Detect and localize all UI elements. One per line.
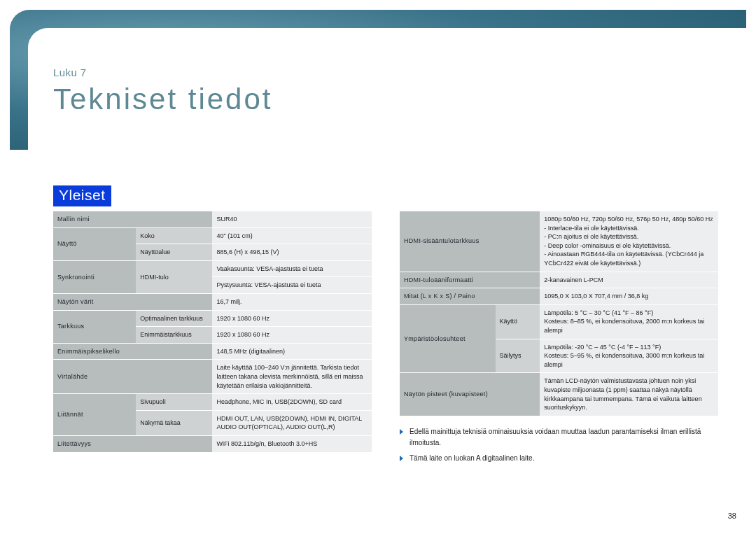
footnote-item: Tämä laite on luokan A digitaalinen lait… [400, 453, 718, 464]
section-heading: Yleiset [53, 185, 111, 206]
spec-cell: Näyttö [53, 227, 136, 260]
spec-cell: 1095,0 X 103,0 X 707,4 mm / 36,8 kg [540, 288, 718, 305]
spec-cell: Sivupuoli [136, 394, 212, 411]
spec-cell: 1920 x 1080 60 Hz [212, 327, 372, 344]
spec-cell: 1080p 50/60 Hz, 720p 50/60 Hz, 576p 50 H… [540, 211, 718, 272]
footnote-item: Edellä mainittuja teknisiä ominaisuuksia… [400, 426, 718, 449]
spec-cell: Vaakasuunta: VESA-ajastusta ei tueta [212, 260, 372, 277]
spec-cell: Headphone, MIC In, USB(2DOWN), SD card [212, 394, 372, 411]
spec-table-left: Mallin nimiSUR40NäyttöKoko40" (101 cm)Nä… [53, 211, 372, 453]
chapter-label: Luku 7 [53, 66, 86, 78]
spec-cell: 40" (101 cm) [212, 227, 372, 244]
spec-cell: HDMI-sisääntulotarkkuus [400, 211, 540, 272]
spec-cell: Lämpötila: -20 °C – 45 °C (-4 °F – 113 °… [540, 339, 718, 373]
spec-cell: 16,7 milj. [212, 293, 372, 310]
spec-cell: Optimaalinen tarkkuus [136, 310, 212, 327]
page-title: Tekniset tiedot [53, 83, 273, 116]
spec-cell: Koko [136, 227, 212, 244]
spec-table-right: HDMI-sisääntulotarkkuus1080p 50/60 Hz, 7… [400, 211, 718, 416]
spec-cell: HDMI OUT, LAN, USB(2DOWN), HDMI IN, DIGI… [212, 410, 372, 435]
footnotes: Edellä mainittuja teknisiä ominaisuuksia… [400, 426, 718, 464]
spec-cell: HDMI-tuloääniformaatti [400, 272, 540, 288]
spec-cell: Säilytys [496, 339, 540, 373]
spec-cell: Mallin nimi [53, 211, 212, 227]
spec-cell: 1920 x 1080 60 Hz [212, 310, 372, 327]
spec-cell: Synkronointi [53, 260, 136, 293]
spec-cell: Liitettävyys [53, 435, 212, 452]
spec-cell: Näytön värit [53, 293, 212, 310]
spec-cell: Käyttö [496, 304, 540, 339]
spec-cell: Mitat (L x K x S) / Paino [400, 288, 540, 305]
spec-cell: 148,5 MHz (digitaalinen) [212, 343, 372, 360]
spec-cell: Enimmäispikselikello [53, 343, 212, 360]
spec-cell: Lämpötila: 5 °C – 30 °C (41 °F – 86 °F)K… [540, 304, 718, 339]
spec-cell: Tämän LCD-näytön valmistustavasta johtue… [540, 373, 718, 416]
spec-cell: Näytön pisteet (kuvapisteet) [400, 373, 540, 416]
spec-cell: Ympäristöolosuhteet [400, 304, 496, 373]
spec-cell: Enimmäistarkkuus [136, 327, 212, 344]
spec-cell: Virtalähde [53, 360, 212, 394]
spec-cell: Pystysuunta: VESA-ajastusta ei tueta [212, 277, 372, 294]
spec-cell: Liitännät [53, 394, 136, 436]
spec-cell: Laite käyttää 100–240 V:n jännitettä. Ta… [212, 360, 372, 394]
spec-cell: 2-kanavainen L-PCM [540, 272, 718, 288]
spec-cell: Tarkkuus [53, 310, 136, 343]
spec-cell: Näkymä takaa [136, 410, 212, 435]
spec-cell: WiFi 802.11b/g/n, Bluetooth 3.0+HS [212, 435, 372, 452]
spec-cell: SUR40 [212, 211, 372, 227]
spec-cell: Näyttöalue [136, 244, 212, 261]
page-number: 38 [728, 512, 736, 520]
spec-cell: 885,6 (H) x 498,15 (V) [212, 244, 372, 261]
spec-cell: HDMI-tulo [136, 260, 212, 293]
